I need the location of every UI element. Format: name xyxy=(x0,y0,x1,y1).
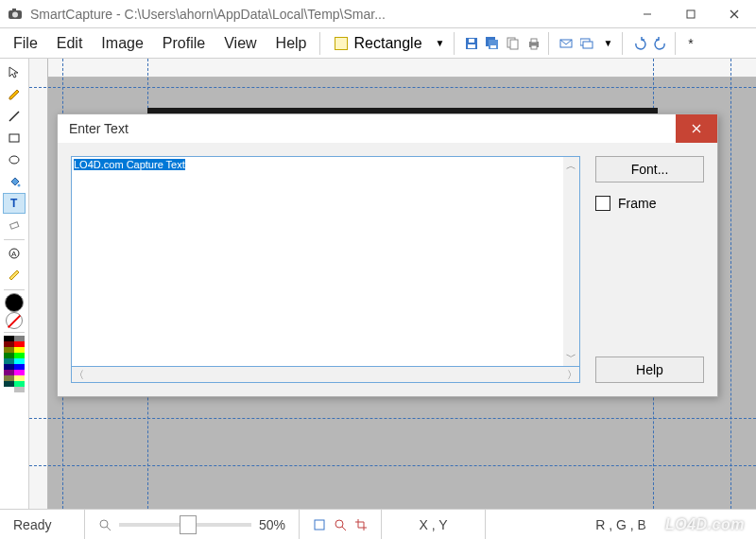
svg-rect-33 xyxy=(315,520,324,530)
mail-all-icon[interactable] xyxy=(579,36,594,51)
vertical-scrollbar[interactable]: ︿ ﹀ xyxy=(563,157,579,366)
tool-fill[interactable] xyxy=(3,171,26,192)
statusbar: Ready 50% X , Y R , G , B xyxy=(0,509,756,539)
svg-rect-2 xyxy=(12,9,16,11)
separator xyxy=(622,32,626,55)
tool-pencil[interactable] xyxy=(3,84,26,105)
svg-point-1 xyxy=(12,11,18,17)
separator xyxy=(548,32,552,55)
menu-image[interactable]: Image xyxy=(92,31,152,56)
svg-point-24 xyxy=(18,184,21,187)
svg-rect-26 xyxy=(10,222,19,229)
tool-separator xyxy=(4,332,25,333)
text-input-wrapper: LO4D.com Capture Text ︿ ﹀ xyxy=(71,156,580,367)
help-button[interactable]: Help xyxy=(595,356,704,383)
tool-pointer[interactable] xyxy=(3,62,26,83)
tool-highlighter[interactable] xyxy=(3,265,26,286)
tool-rect[interactable] xyxy=(3,128,26,148)
horizontal-scrollbar[interactable]: 〈 〉 xyxy=(71,367,580,383)
minimize-button[interactable] xyxy=(626,0,669,28)
svg-rect-12 xyxy=(490,45,496,48)
zoom-slider-thumb[interactable] xyxy=(180,515,197,534)
dialog-right-panel: Font... Frame Help xyxy=(595,156,704,383)
scroll-up-icon[interactable]: ︿ xyxy=(566,159,576,173)
svg-rect-14 xyxy=(510,40,518,49)
svg-text:T: T xyxy=(10,197,18,210)
svg-text:A: A xyxy=(11,250,17,258)
menu-view[interactable]: View xyxy=(215,31,266,56)
maximize-button[interactable] xyxy=(669,0,713,28)
tool-line[interactable] xyxy=(3,106,26,127)
zoom-out-icon[interactable] xyxy=(98,518,112,531)
tool-text[interactable]: T xyxy=(3,193,26,214)
window-buttons xyxy=(626,0,756,28)
scroll-down-icon[interactable]: ﹀ xyxy=(566,350,576,364)
menubar: File Edit Image Profile View Help Rectan… xyxy=(0,28,756,59)
separator xyxy=(454,32,457,55)
zoom-panel: 50% xyxy=(85,510,300,539)
menu-profile[interactable]: Profile xyxy=(153,31,215,56)
save-icon[interactable] xyxy=(464,36,479,51)
tool-separator xyxy=(4,239,25,240)
menu-file[interactable]: File xyxy=(4,31,47,56)
scroll-right-icon[interactable]: 〉 xyxy=(567,368,577,382)
ruler-horizontal xyxy=(29,59,756,78)
menu-help[interactable]: Help xyxy=(266,31,317,56)
guide-line xyxy=(29,87,756,88)
tool-ellipse[interactable] xyxy=(3,149,26,170)
actual-size-icon[interactable] xyxy=(334,518,347,531)
tool-stamp[interactable]: A xyxy=(3,243,26,264)
svg-rect-20 xyxy=(583,42,593,48)
undo-icon[interactable] xyxy=(632,36,647,51)
dialog-left-panel: LO4D.com Capture Text ︿ ﹀ 〈 〉 xyxy=(71,156,580,383)
status-text: Ready xyxy=(0,510,85,539)
text-input[interactable]: LO4D.com Capture Text xyxy=(72,157,563,366)
mail-icon[interactable] xyxy=(558,36,574,51)
toolbox: T A xyxy=(0,59,29,509)
print-icon[interactable] xyxy=(526,36,541,51)
mail-dropdown[interactable]: ▼ xyxy=(597,38,618,48)
enter-text-dialog: Enter Text LO4D.com Capture Text ︿ ﹀ 〈 〉… xyxy=(57,113,718,397)
titlebar: SmartCapture - C:\Users\ahorn\AppData\Lo… xyxy=(0,0,756,28)
redo-icon[interactable] xyxy=(653,36,668,51)
close-button[interactable] xyxy=(713,0,756,28)
guide-line xyxy=(730,59,731,509)
dialog-titlebar[interactable]: Enter Text xyxy=(58,114,717,143)
tool-separator xyxy=(4,289,25,290)
dialog-close-button[interactable] xyxy=(676,114,717,143)
checkbox-box-icon xyxy=(595,196,610,211)
svg-rect-8 xyxy=(468,44,475,48)
dialog-body: LO4D.com Capture Text ︿ ﹀ 〈 〉 Font... Fr… xyxy=(58,143,717,396)
fit-icon[interactable] xyxy=(313,518,326,531)
svg-line-35 xyxy=(342,527,346,530)
svg-rect-9 xyxy=(469,39,474,43)
text-input-value: LO4D.com Capture Text xyxy=(74,159,185,170)
frame-checkbox[interactable]: Frame xyxy=(595,196,704,211)
no-fill-swatch[interactable] xyxy=(6,312,23,329)
svg-rect-4 xyxy=(687,10,695,18)
rgb-panel: R , G , B xyxy=(486,510,756,539)
guide-line xyxy=(29,465,756,466)
capture-mode-dropdown[interactable]: ▼ xyxy=(430,38,451,48)
capture-mode-button[interactable]: Rectangle xyxy=(327,33,429,54)
tools-panel xyxy=(300,510,382,539)
save-all-icon[interactable] xyxy=(485,36,500,51)
foreground-color-swatch[interactable] xyxy=(5,293,24,312)
svg-rect-17 xyxy=(531,45,537,49)
tool-eraser[interactable] xyxy=(3,215,26,235)
font-button[interactable]: Font... xyxy=(595,156,704,183)
svg-line-32 xyxy=(107,527,111,530)
zoom-slider[interactable] xyxy=(119,523,251,527)
svg-rect-22 xyxy=(9,134,19,142)
menu-edit[interactable]: Edit xyxy=(47,31,93,56)
coords-panel: X , Y xyxy=(382,510,486,539)
copy-icon[interactable] xyxy=(506,36,521,51)
crop-icon[interactable] xyxy=(354,518,368,531)
svg-point-23 xyxy=(9,156,19,164)
color-palette[interactable] xyxy=(4,336,25,392)
scroll-left-icon[interactable]: 〈 xyxy=(74,368,84,382)
guide-line xyxy=(29,418,756,419)
separator xyxy=(675,32,679,55)
svg-line-21 xyxy=(9,112,19,121)
frame-checkbox-label: Frame xyxy=(618,196,656,211)
